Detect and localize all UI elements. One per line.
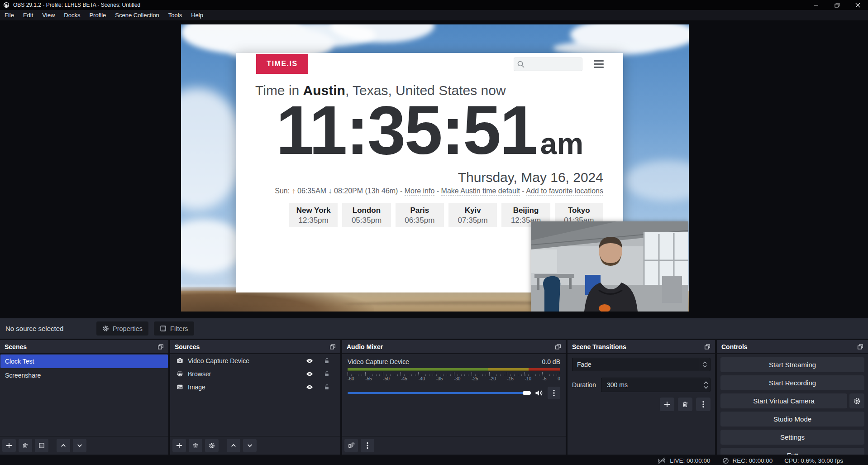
menu-tools[interactable]: Tools [164, 10, 186, 20]
cloud [330, 24, 434, 43]
preview-area: TIME.IS Time in Austin, Texas, United St… [0, 20, 868, 318]
eye-icon[interactable] [306, 384, 313, 391]
scene-down-button[interactable] [73, 439, 86, 452]
obs-window: OBS 29.1.2 - Profile: LLHLS BETA - Scene… [0, 0, 868, 465]
sources-dock: Sources Video Capture Device Browser [170, 340, 340, 455]
add-scene-button[interactable] [2, 439, 16, 452]
menu-view[interactable]: View [38, 10, 59, 20]
cloud [181, 24, 308, 54]
live-status: LIVE: 00:00:00 [657, 457, 710, 464]
unlock-icon[interactable] [324, 384, 330, 390]
audio-mixer-header: Audio Mixer [342, 340, 566, 354]
add-transition-button[interactable] [660, 398, 674, 411]
scene-up-button[interactable] [57, 439, 70, 452]
start-streaming-button[interactable]: Start Streaming [720, 357, 864, 372]
filter-icon [160, 325, 167, 332]
filters-button[interactable]: Filters [154, 321, 194, 336]
controls-dock: Controls Start Streaming Start Recording… [717, 340, 868, 455]
add-source-button[interactable] [172, 439, 186, 452]
properties-button[interactable]: Properties [96, 321, 148, 336]
cloud [570, 24, 689, 52]
eye-icon[interactable] [306, 357, 313, 364]
remove-transition-button[interactable] [678, 398, 692, 411]
timeis-logo: TIME.IS [256, 54, 308, 74]
hamburger-icon [594, 60, 604, 68]
popout-icon [857, 344, 863, 350]
studio-mode-button[interactable]: Studio Mode [720, 412, 864, 427]
source-down-button[interactable] [243, 439, 257, 452]
restore-button[interactable] [826, 0, 847, 10]
window-title: OBS 29.1.2 - Profile: LLHLS BETA - Scene… [13, 2, 140, 8]
controls-body: Start Streaming Start Recording Start Vi… [717, 354, 868, 455]
volume-slider-track[interactable] [348, 392, 531, 394]
scenes-toolbar [0, 436, 168, 455]
virtual-camera-settings-button[interactable] [849, 393, 864, 408]
search-box [514, 58, 582, 71]
scene-filters-button[interactable] [35, 439, 48, 452]
audio-mixer-toolbar [342, 436, 566, 455]
duration-label: Duration [572, 381, 601, 388]
webcam-overlay [531, 221, 688, 312]
mixer-level-db: 0.0 dB [542, 358, 560, 365]
source-up-button[interactable] [227, 439, 240, 452]
unlock-icon[interactable] [324, 371, 330, 377]
source-item-video-capture[interactable]: Video Capture Device [170, 354, 340, 367]
source-item-browser[interactable]: Browser [170, 367, 340, 380]
cloud [181, 219, 244, 273]
combo-arrows-icon [699, 358, 710, 371]
eye-icon[interactable] [306, 370, 313, 378]
scene-item-clock-test[interactable]: Clock Test [0, 355, 168, 368]
transition-menu-button[interactable] [696, 398, 711, 411]
image-icon [176, 384, 183, 390]
scene-transitions-dock: Scene Transitions Fade Duration [568, 340, 715, 455]
audio-mixer-dock: Audio Mixer Video Capture Device 0.0 dB … [342, 340, 566, 455]
remove-scene-button[interactable] [19, 439, 32, 452]
search-icon [517, 60, 525, 68]
more-info-link: More info [405, 187, 435, 196]
dock-row: Scenes Clock Test Screenshare Sources [0, 340, 868, 455]
scene-transitions-body: Fade Duration 300 ms [568, 354, 715, 455]
spinbox-arrows[interactable] [704, 378, 708, 392]
menu-bar: File Edit View Docks Profile Scene Colle… [0, 10, 868, 20]
mixer-channel-menu-button[interactable] [548, 387, 560, 399]
menu-edit[interactable]: Edit [19, 10, 38, 20]
sources-header: Sources [170, 340, 340, 354]
start-recording-button[interactable]: Start Recording [720, 375, 864, 390]
volume-slider[interactable] [348, 390, 531, 396]
selection-bar: No source selected Properties Filters [0, 318, 868, 339]
exit-button[interactable]: Exit [720, 448, 864, 455]
city-card: Paris06:35pm [396, 203, 444, 227]
popout-icon [157, 344, 164, 350]
menu-help[interactable]: Help [186, 10, 208, 20]
make-default-link: Make Austin time default [441, 187, 520, 196]
speaker-icon[interactable] [535, 389, 544, 397]
volume-meter [348, 368, 560, 371]
source-properties-button[interactable] [205, 439, 219, 452]
menu-docks[interactable]: Docks [59, 10, 85, 20]
scene-item-screenshare[interactable]: Screenshare [0, 369, 168, 382]
mixer-channel-name: Video Capture Device [348, 358, 409, 365]
sources-list: Video Capture Device Browser Image [170, 354, 340, 436]
meter-scale: -60-55-50-45-40-35-30-25-20-15-10-50 [348, 376, 560, 381]
duration-spinbox[interactable]: 300 ms [601, 378, 711, 392]
scenes-dock: Scenes Clock Test Screenshare [0, 340, 168, 455]
menu-scene-collection[interactable]: Scene Collection [110, 10, 164, 20]
menu-profile[interactable]: Profile [85, 10, 110, 20]
cloud [625, 160, 689, 201]
minimize-button[interactable] [806, 0, 826, 10]
menu-file[interactable]: File [0, 10, 19, 20]
close-button[interactable] [847, 0, 868, 10]
volume-slider-handle[interactable] [523, 391, 531, 395]
transition-select[interactable]: Fade [572, 358, 711, 371]
scene-transitions-header: Scene Transitions [568, 340, 715, 354]
mixer-menu-button[interactable] [361, 439, 374, 452]
start-virtual-camera-button[interactable]: Start Virtual Camera [720, 393, 847, 408]
scenes-list: Clock Test Screenshare [0, 354, 168, 436]
program-canvas[interactable]: TIME.IS Time in Austin, Texas, United St… [181, 24, 689, 312]
unlock-icon[interactable] [324, 358, 330, 364]
advanced-audio-button[interactable] [344, 439, 358, 452]
remove-source-button[interactable] [189, 439, 202, 452]
meter-ticks-minor [348, 374, 560, 376]
settings-button[interactable]: Settings [720, 430, 864, 445]
source-item-image[interactable]: Image [170, 380, 340, 393]
